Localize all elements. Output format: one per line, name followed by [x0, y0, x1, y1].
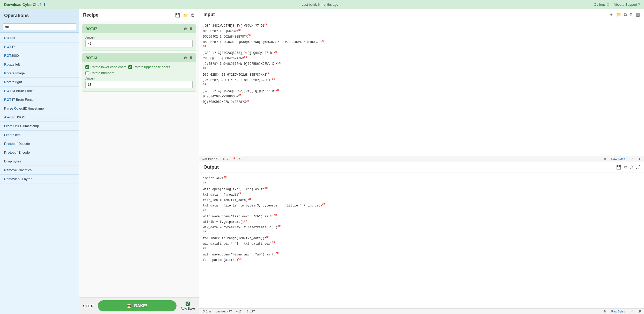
output-lines-value: 17 [238, 310, 242, 313]
rotate-numbers-checkbox[interactable] [85, 71, 89, 75]
output-header-icons: 💾 ⧉ ⬡ ⛶ [616, 165, 640, 170]
operations-title: Operations [0, 9, 79, 21]
rot47-amount-input[interactable] [85, 40, 193, 47]
open-in-new-icon[interactable]: ⧉ [624, 12, 627, 17]
grid-icon[interactable]: ▦ [636, 12, 640, 17]
open-output-icon[interactable]: ⬡ [630, 165, 633, 170]
input-header: Input ＋ 📁 ⧉ 🗑 ▦ [199, 9, 644, 20]
rotate-lower-checkbox[interactable] [85, 65, 89, 69]
rotate-upper-text: Rotate upper case chars [133, 65, 170, 69]
op-item-8[interactable]: Parse ObjectID timestamp [0, 104, 79, 113]
rot47-amount-label: Amount [85, 36, 193, 39]
rotate-upper-checkbox[interactable] [128, 65, 132, 69]
op-item-6[interactable]: ROT13 Brute Force [0, 87, 79, 95]
op-block-rot47-header: ROT47 ⊘ ⏸ [82, 25, 196, 33]
op-item-16[interactable]: Remove null bytes [0, 175, 79, 183]
save-output-icon[interactable]: 💾 [616, 165, 621, 170]
clear-recipe-icon[interactable]: 🗑 [191, 13, 195, 18]
op-block-rot13-header: ROT13 ⊘ ⏸ [82, 54, 196, 62]
output-lf[interactable]: LF [638, 310, 641, 313]
output-lines: ≡ 17 [236, 310, 242, 313]
copy-output-icon[interactable]: ⧉ [624, 165, 627, 169]
input-line-6: ?886G@ l D]EC84?6?K7WXCR [203, 55, 640, 61]
download-link[interactable]: Download CyberChef ⬇ [4, 3, 46, 7]
output-content[interactable]: import waveCRCRwith open('flag.txt', 'rb… [199, 173, 644, 309]
output-status-bar: ⏱ 2ms мес мес 477 ≡ 17 📍 177 Tt Raw Byte… [199, 308, 644, 314]
operations-panel: Operations ROT13ROT47ROT8000Rotate leftR… [0, 9, 79, 314]
load-file-icon[interactable]: 📁 [616, 12, 621, 17]
rot13-checkbox-row2: Rotate numbers [85, 71, 193, 75]
delete-rot47-icon[interactable]: ⏸ [189, 27, 193, 31]
delete-rot13-icon[interactable]: ⏸ [189, 56, 193, 60]
auto-bake-container[interactable]: Auto Bake [181, 302, 195, 310]
op-item-9[interactable]: Avro to JSON [0, 113, 79, 122]
options-link[interactable]: Options ⚙ [594, 3, 609, 6]
save-recipe-icon[interactable]: 💾 [175, 13, 180, 18]
load-recipe-icon[interactable]: 📁 [183, 13, 188, 18]
op-block-rot47-name: ROT47 [85, 27, 97, 31]
op-block-rot13-name: ROT13 [85, 56, 97, 60]
search-input[interactable] [3, 23, 76, 30]
output-header: Output 💾 ⧉ ⬡ ⛶ [199, 162, 644, 173]
op-item-12[interactable]: Protobuf Decode [0, 139, 79, 148]
op-item-15[interactable]: Remove Diacritics [0, 166, 79, 175]
top-bar: Download CyberChef ⬇ Last build: 6 month… [0, 0, 644, 9]
output-lines-icon: ≡ [236, 310, 238, 313]
output-mec-value: мес 477 [221, 310, 232, 313]
input-line-13: D]7C84?6?K7W?886G@XCR [203, 94, 640, 99]
rotate-lower-label[interactable]: Rotate lower case chars [85, 65, 126, 69]
input-raw-bytes[interactable]: Raw Bytes [611, 157, 625, 160]
pos-icon: 📍 [232, 157, 236, 161]
op-item-13[interactable]: Protobuf Encode [0, 148, 79, 157]
input-lf-left-arrow: ↵ [631, 157, 633, 161]
rot13-checkbox-row: Rotate lower case chars Rotate upper cas… [85, 65, 193, 69]
clear-input-icon[interactable]: 🗑 [629, 12, 633, 17]
input-lf[interactable]: LF [638, 157, 641, 160]
output-line-5: txt_data = file_len.to_bytes(3, byteorde… [203, 203, 640, 208]
input-line-5: ;G8F ;?:C]34C2WQ8C78];?:Q[ Q6@QX ?7 DiCR [203, 50, 640, 55]
disable-rot13-icon[interactable]: ⊘ [184, 56, 187, 60]
output-line-12: wav_data[index * 4] = txt_data[index]CR [203, 241, 640, 246]
auto-bake-checkbox[interactable] [186, 302, 190, 306]
input-content[interactable]: ;G8F 34C2WVDJ?E]8<8V[ V6@VX ?7 DiCR8<80B… [199, 20, 644, 156]
io-panel: Input ＋ 📁 ⧉ 🗑 ▦ ;G8F 34C2WVDJ?E]8<8V[ V6… [199, 9, 644, 314]
disable-rot47-icon[interactable]: ⊘ [184, 27, 187, 31]
op-item-14[interactable]: Drop bytes [0, 157, 79, 166]
op-item-5[interactable]: Rotate right [0, 78, 79, 87]
output-mec-label: мес [216, 310, 221, 313]
op-block-rot47-icons: ⊘ ⏸ [184, 27, 193, 31]
op-item-2[interactable]: ROT8000 [0, 51, 79, 60]
bake-button[interactable]: 🧑‍🍳 BAKE! [98, 300, 177, 311]
output-line-10: CR [203, 230, 640, 235]
rot13-amount-input[interactable] [85, 81, 193, 88]
op-item-0[interactable]: ROT13 [0, 34, 79, 42]
op-item-4[interactable]: Rotate Image [0, 69, 79, 78]
rot13-amount-row: Amount [85, 77, 193, 88]
op-item-7[interactable]: ROT47 Brute Force [0, 95, 79, 104]
input-line-3: 8<80B?8? l DGJC0JC2]830@=8C7Wb[ @=8C36BC… [203, 39, 640, 45]
input-pos: 📍 177 [232, 157, 242, 161]
op-block-rot47: ROT47 ⊘ ⏸ Amount [82, 24, 196, 51]
operations-list: ROT13ROT47ROT8000Rotate leftRotate Image… [0, 33, 79, 314]
input-line-0: ;G8F 34C2WVDJ?E]8<8V[ V6@VX ?7 DiCR [203, 23, 640, 28]
output-line-2: with open('flag.txt', 'rb') as f:CR [203, 186, 640, 192]
bake-label: BAKE! [134, 304, 147, 308]
output-tt-icon: Tt [604, 310, 606, 313]
add-input-icon[interactable]: ＋ [609, 12, 613, 17]
search-container [0, 21, 79, 33]
maximize-output-icon[interactable]: ⛶ [636, 165, 640, 169]
output-raw-bytes[interactable]: Raw Bytes [611, 310, 625, 313]
op-item-1[interactable]: ROT47 [0, 42, 79, 51]
about-support-link[interactable]: About / Support ? [614, 3, 640, 6]
input-mec-label: мес [202, 157, 207, 160]
rotate-numbers-label[interactable]: Rotate numbers [85, 71, 114, 75]
output-line-1: CR [203, 181, 640, 186]
op-item-10[interactable]: From UNIX Timestamp [0, 122, 79, 131]
input-pos-value: 177 [237, 157, 242, 160]
last-build: Last build: 6 months ago [302, 3, 338, 6]
op-item-3[interactable]: Rotate left [0, 60, 79, 69]
op-item-11[interactable]: From Octal [0, 131, 79, 139]
output-line-7: with wave.open("test.wav", "rb") as f:CR [203, 213, 640, 219]
rotate-numbers-text: Rotate numbers [90, 71, 114, 75]
rotate-upper-label[interactable]: Rotate upper case chars [128, 65, 170, 69]
